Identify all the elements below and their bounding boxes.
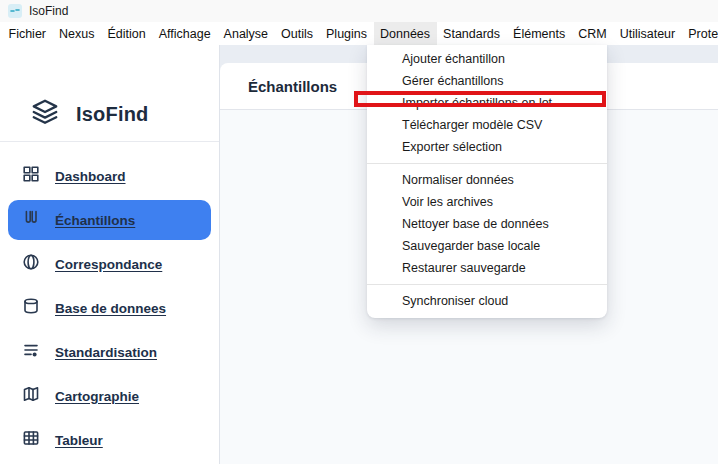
menu-divider <box>367 284 607 285</box>
samples-tubes-icon <box>22 209 40 231</box>
menu-nexus[interactable]: Nexus <box>53 22 101 45</box>
menu-item-exporter-selection[interactable]: Exporter sélection <box>367 136 607 158</box>
menu-affichage[interactable]: Affichage <box>152 22 217 45</box>
menu-item-voir-les-archives[interactable]: Voir les archives <box>367 191 607 213</box>
menu-item-normaliser-donnees[interactable]: Normaliser données <box>367 169 607 191</box>
sidebar-item-tableur[interactable]: Tableur <box>8 420 211 460</box>
dashboard-grid-icon <box>22 165 40 187</box>
sidebar-item-base-de-donnees[interactable]: Base de donnees <box>8 288 211 328</box>
sidebar-item-standardisation[interactable]: Standardisation <box>8 332 211 372</box>
standardisation-lines-icon <box>22 341 40 363</box>
sidebar-item-correspondance[interactable]: Correspondance <box>8 244 211 284</box>
sidebar-item-cartographie[interactable]: Cartographie <box>8 376 211 416</box>
sidebar-item-label: Cartographie <box>55 389 139 404</box>
menu-item-nettoyer-base-de-donnees[interactable]: Nettoyer base de données <box>367 213 607 235</box>
sidebar-nav: DashboardÉchantillonsCorrespondanceBase … <box>0 142 219 464</box>
database-icon <box>22 297 40 319</box>
menu-item-restaurer-sauvegarde[interactable]: Restaurer sauvegarde <box>367 257 607 279</box>
sidebar: IsoFind DashboardÉchantillonsCorresponda… <box>0 45 220 464</box>
menu-item-ajouter-echantillon[interactable]: Ajouter échantillon <box>367 48 607 70</box>
logo-text: IsoFind <box>76 103 149 126</box>
map-icon <box>22 385 40 407</box>
menu-elements[interactable]: Éléments <box>507 22 572 45</box>
app-window-icon <box>8 4 22 18</box>
sidebar-item-label: Tableur <box>55 433 103 448</box>
menu-item-synchroniser-cloud[interactable]: Synchroniser cloud <box>367 290 607 312</box>
menu-standards[interactable]: Standards <box>437 22 507 45</box>
menubar: FichierNexusÉditionAffichageAnalyseOutil… <box>0 22 718 45</box>
sidebar-item-echantillons[interactable]: Échantillons <box>8 200 211 240</box>
menu-protection[interactable]: Protection <box>682 22 718 45</box>
menu-outils[interactable]: Outils <box>275 22 320 45</box>
menu-item-telecharger-modele-csv[interactable]: Télécharger modèle CSV <box>367 114 607 136</box>
sidebar-item-label: Standardisation <box>55 345 157 360</box>
layers-icon <box>30 97 60 131</box>
menu-crm[interactable]: CRM <box>572 22 613 45</box>
app-shell: IsoFind DashboardÉchantillonsCorresponda… <box>0 45 718 464</box>
menu-item-gerer-echantillons[interactable]: Gérer échantillons <box>367 70 607 92</box>
table-grid-icon <box>22 429 40 451</box>
menu-utilisateur[interactable]: Utilisateur <box>613 22 682 45</box>
sidebar-item-label: Échantillons <box>55 213 135 228</box>
sidebar-item-dashboard[interactable]: Dashboard <box>8 156 211 196</box>
sidebar-item-label: Correspondance <box>55 257 162 272</box>
window-title: IsoFind <box>29 4 68 18</box>
menu-fichier[interactable]: Fichier <box>2 22 53 45</box>
sidebar-item-label: Dashboard <box>55 169 126 184</box>
menu-plugins[interactable]: Plugins <box>320 22 374 45</box>
page-title: Échantillons <box>248 78 337 95</box>
menu-edition[interactable]: Édition <box>101 22 152 45</box>
sidebar-logo: IsoFind <box>0 45 219 142</box>
menu-divider <box>367 163 607 164</box>
menu-item-sauvegarder-base-locale[interactable]: Sauvegarder base locale <box>367 235 607 257</box>
menu-item-importer-echantillons-en-lot[interactable]: Importer échantillons en lot <box>367 92 607 114</box>
globe-icon <box>22 253 40 275</box>
menu-donnees[interactable]: Données <box>374 22 437 45</box>
donnees-dropdown-menu: Ajouter échantillonGérer échantillonsImp… <box>367 45 607 318</box>
sidebar-item-label: Base de donnees <box>55 301 166 316</box>
titlebar: IsoFind <box>0 0 718 22</box>
menu-analyse[interactable]: Analyse <box>217 22 274 45</box>
